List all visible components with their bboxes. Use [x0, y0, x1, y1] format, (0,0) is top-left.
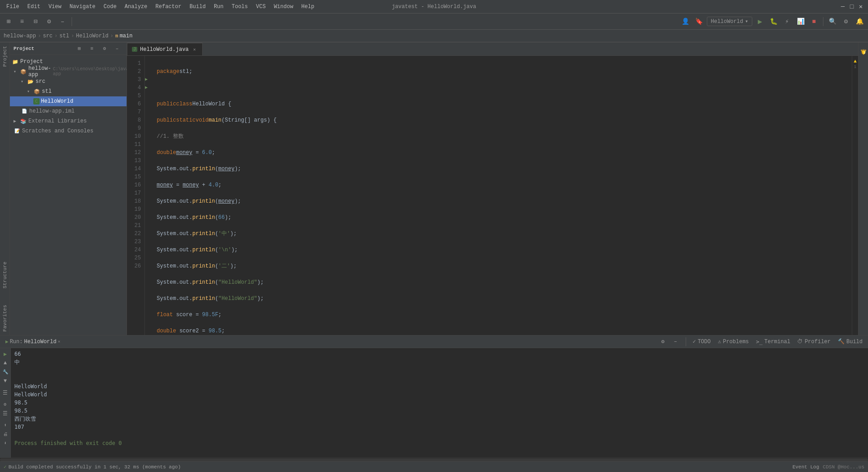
stop-button[interactable]: ■: [808, 16, 820, 27]
code-line-9: System.out.println(money);: [156, 197, 852, 205]
editor-tab-close[interactable]: ✕: [191, 46, 198, 53]
menu-tools[interactable]: Tools: [229, 3, 251, 11]
run-scroll-down-btn[interactable]: ▼: [1, 377, 9, 385]
project-tool-button[interactable]: Project: [1, 42, 9, 70]
breadcrumb-stl[interactable]: stl: [59, 33, 69, 39]
toolbar-build-project[interactable]: ⊞: [3, 16, 14, 27]
code-editor[interactable]: package stl; public class HelloWorld { p…: [152, 56, 852, 335]
menu-file[interactable]: File: [4, 3, 22, 11]
menu-refactor[interactable]: Refactor: [153, 3, 184, 11]
profile-button[interactable]: 📊: [795, 16, 806, 27]
breadcrumb-hellow-app[interactable]: hellow-app: [4, 33, 36, 39]
bottom-tab-run-label[interactable]: ▶ Run: HelloWorld ✕: [2, 336, 64, 348]
run-wrench-btn[interactable]: 🔧: [1, 368, 9, 376]
maximize-button[interactable]: □: [848, 3, 855, 10]
toolbar-bookmark[interactable]: 🔖: [693, 16, 705, 27]
toolbar-avatar[interactable]: 👤: [680, 16, 692, 27]
tree-item-src[interactable]: ▾ 📂 src: [10, 77, 127, 86]
menu-analyze[interactable]: Analyze: [122, 3, 150, 11]
search-everywhere[interactable]: 🔍: [827, 16, 838, 27]
code-line-1: package stl;: [156, 68, 852, 76]
run-config-selector[interactable]: HelloWorld ▾: [707, 17, 752, 26]
structure-tool-button[interactable]: Structure: [1, 258, 9, 292]
code-line-13: System.out.println('二');: [156, 262, 852, 270]
tree-item-scratches[interactable]: 📝 Scratches and Consoles: [10, 126, 127, 136]
breadcrumb-main[interactable]: m main: [115, 33, 132, 39]
minimize-button[interactable]: ─: [839, 3, 846, 10]
output-line-ximen: 西门吹雪: [14, 415, 864, 423]
bottom-tab-profiler[interactable]: ⏱ Profiler: [794, 336, 834, 348]
toolbar-run-config[interactable]: ⚙: [43, 16, 55, 27]
run-filter-btn[interactable]: ☰: [1, 389, 9, 397]
bottom-tab-problems[interactable]: ⚠ Problems: [714, 336, 752, 348]
project-layout-btn[interactable]: ⊞: [73, 43, 85, 54]
bottom-settings-btn[interactable]: ⚙: [657, 336, 669, 348]
expand-arrow-icon: ▾: [14, 69, 20, 74]
editor-area: J HelloWorld.java ✕ 12345 678910 1112131…: [127, 42, 858, 335]
tree-item-project[interactable]: 📁 Project: [10, 57, 127, 67]
menu-code[interactable]: Code: [101, 3, 119, 11]
coverage-button[interactable]: ⚡: [781, 16, 793, 27]
breadcrumb-src[interactable]: src: [43, 33, 53, 39]
tree-item-ext-libs[interactable]: ▶ 📚 External Libraries: [10, 116, 127, 126]
warning-indicator: ▲: [854, 59, 857, 64]
menu-window[interactable]: Window: [271, 3, 296, 11]
output-line-empty3: [14, 431, 864, 439]
status-bar-right: Event Log CDSN @Hoc...us: [792, 464, 864, 470]
tree-item-helloworld[interactable]: C HelloWorld: [10, 96, 127, 106]
code-line-6: double money = 6.0;: [156, 149, 852, 157]
output-line-helloworld2: HelloWorld: [14, 390, 864, 399]
code-line-7: System.out.println(money);: [156, 165, 852, 173]
toolbar-settings[interactable]: ⊟: [30, 16, 41, 27]
settings-button[interactable]: ⚙: [840, 16, 852, 27]
menu-run[interactable]: Run: [211, 3, 226, 11]
bottom-tab-todo[interactable]: ✓ TODO: [689, 336, 714, 348]
menu-help[interactable]: Help: [298, 3, 317, 11]
menu-edit[interactable]: Edit: [25, 3, 43, 11]
close-button[interactable]: ✕: [857, 3, 864, 10]
run-settings-btn[interactable]: ⚙: [1, 400, 9, 408]
output-line-empty2: [14, 374, 864, 382]
notification-icon[interactable]: 🔔: [859, 46, 867, 59]
run-rerun-btn[interactable]: ▶: [1, 350, 9, 358]
notifications[interactable]: 🔔: [854, 16, 865, 27]
run-scroll-up-btn[interactable]: ▲: [1, 359, 9, 367]
run-arrow-line4[interactable]: ▶: [145, 84, 152, 92]
favorites-tool-button[interactable]: Favorites: [1, 301, 9, 335]
run-scroll-bottom-btn[interactable]: ⬇: [1, 439, 9, 447]
menu-build[interactable]: Build: [187, 3, 208, 11]
bottom-tab-terminal[interactable]: >_ Terminal: [752, 336, 794, 348]
debug-button[interactable]: 🐛: [768, 16, 779, 27]
tree-item-stl[interactable]: ▾ 📦 stl: [10, 86, 127, 96]
run-button[interactable]: ▶: [754, 16, 766, 27]
bottom-tab-build[interactable]: 🔨 Build: [834, 336, 866, 348]
tree-item-hellow-app[interactable]: ▾ 📦 hellow-app C:\Users\Lenovo\Desktop\j…: [10, 67, 127, 77]
project-panel: Project ⊞ ≡ ⚙ – 📁 Project ▾ 📦 hellow-app…: [10, 42, 127, 335]
title-bar-left: File Edit View Navigate Code Analyze Ref…: [4, 3, 317, 11]
toolbar-sync[interactable]: ≡: [16, 16, 28, 27]
event-log-label[interactable]: Event Log: [792, 464, 819, 470]
editor-tab-helloworld[interactable]: J HelloWorld.java ✕: [127, 43, 203, 55]
run-scroll-top-btn[interactable]: ⬆: [1, 421, 9, 429]
menu-navigate[interactable]: Navigate: [67, 3, 98, 11]
todo-icon: ✓: [692, 338, 696, 345]
project-list-btn[interactable]: ≡: [86, 43, 98, 54]
run-tab-close[interactable]: ✕: [58, 339, 60, 344]
run-list-btn[interactable]: ☰: [1, 409, 9, 418]
code-line-3: public class HelloWorld {: [156, 100, 852, 108]
status-build-message: ✓ Build completed successfully in 1 sec,…: [4, 464, 181, 470]
bottom-minimize-btn[interactable]: –: [669, 336, 681, 348]
tree-item-iml[interactable]: 📄 hellow-app.iml: [10, 106, 127, 116]
bottom-scrollbar[interactable]: [0, 458, 868, 461]
run-arrow-line3[interactable]: ▶: [145, 76, 152, 84]
csdn-label: CDSN @Hoc...us: [823, 464, 864, 470]
project-hide-btn[interactable]: –: [111, 43, 123, 54]
editor-content: 12345 678910 1112131415 1617181920 21222…: [127, 56, 858, 335]
project-gear-btn[interactable]: ⚙: [99, 43, 110, 54]
breadcrumb-helloworld[interactable]: HelloWorld: [76, 33, 108, 39]
menu-view[interactable]: View: [46, 3, 64, 11]
toolbar-minus[interactable]: –: [57, 16, 68, 27]
menu-vcs[interactable]: VCS: [253, 3, 269, 11]
editor-scrollbar[interactable]: ▲ 1: [852, 56, 858, 335]
run-print-btn[interactable]: 🖨: [1, 430, 9, 438]
